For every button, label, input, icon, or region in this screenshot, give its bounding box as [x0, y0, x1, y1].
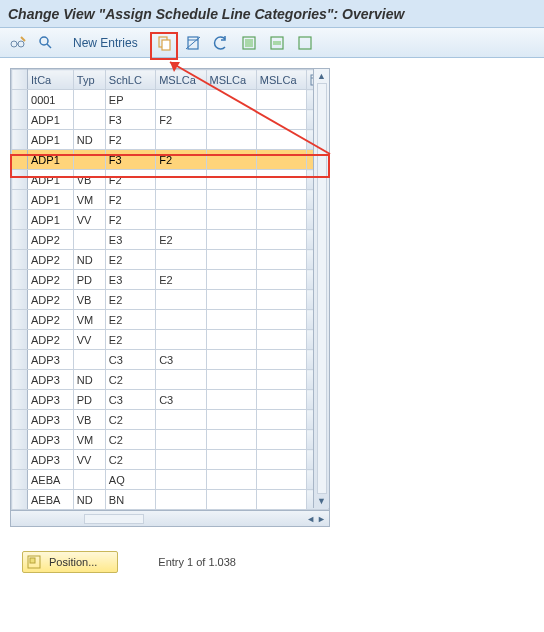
- col-header-mslca2[interactable]: MSLCa: [206, 70, 256, 90]
- cell-m3[interactable]: [256, 90, 306, 110]
- cell-typ[interactable]: [73, 350, 105, 370]
- cell-m3[interactable]: [256, 270, 306, 290]
- cell-m1[interactable]: [156, 90, 206, 110]
- cell-schlc[interactable]: C2: [105, 430, 155, 450]
- cell-typ[interactable]: VV: [73, 210, 105, 230]
- cell-schlc[interactable]: E2: [105, 330, 155, 350]
- cell-m3[interactable]: [256, 450, 306, 470]
- cell-m3[interactable]: [256, 390, 306, 410]
- cell-m1[interactable]: [156, 450, 206, 470]
- cell-m2[interactable]: [206, 90, 256, 110]
- cell-itca[interactable]: ADP3: [28, 390, 74, 410]
- cell-itca[interactable]: ADP3: [28, 370, 74, 390]
- row-selector[interactable]: [12, 90, 28, 110]
- cell-schlc[interactable]: F2: [105, 210, 155, 230]
- cell-typ[interactable]: [73, 470, 105, 490]
- cell-m3[interactable]: [256, 250, 306, 270]
- cell-itca[interactable]: ADP1: [28, 150, 74, 170]
- col-header-mslca3[interactable]: MSLCa: [256, 70, 306, 90]
- cell-m2[interactable]: [206, 410, 256, 430]
- cell-typ[interactable]: ND: [73, 250, 105, 270]
- cell-itca[interactable]: AEBA: [28, 470, 74, 490]
- select-all-button[interactable]: [237, 33, 261, 53]
- row-selector[interactable]: [12, 190, 28, 210]
- row-selector[interactable]: [12, 250, 28, 270]
- col-header-typ[interactable]: Typ: [73, 70, 105, 90]
- cell-m3[interactable]: [256, 470, 306, 490]
- cell-m1[interactable]: C3: [156, 350, 206, 370]
- cell-m1[interactable]: [156, 490, 206, 510]
- cell-itca[interactable]: ADP3: [28, 350, 74, 370]
- cell-itca[interactable]: ADP1: [28, 110, 74, 130]
- table-row[interactable]: ADP1F3F2: [12, 150, 329, 170]
- cell-typ[interactable]: [73, 230, 105, 250]
- new-entries-button[interactable]: New Entries: [66, 33, 145, 53]
- cell-m1[interactable]: [156, 190, 206, 210]
- col-header-mslca1[interactable]: MSLCa: [156, 70, 206, 90]
- cell-itca[interactable]: ADP2: [28, 310, 74, 330]
- cell-schlc[interactable]: F2: [105, 130, 155, 150]
- cell-typ[interactable]: VM: [73, 430, 105, 450]
- cell-m2[interactable]: [206, 450, 256, 470]
- cell-itca[interactable]: AEBA: [28, 490, 74, 510]
- cell-itca[interactable]: ADP2: [28, 290, 74, 310]
- cell-m3[interactable]: [256, 230, 306, 250]
- row-selector[interactable]: [12, 430, 28, 450]
- cell-m1[interactable]: [156, 470, 206, 490]
- cell-m1[interactable]: C3: [156, 390, 206, 410]
- row-selector[interactable]: [12, 490, 28, 510]
- cell-m2[interactable]: [206, 370, 256, 390]
- table-row[interactable]: ADP2VBE2: [12, 290, 329, 310]
- cell-schlc[interactable]: C3: [105, 350, 155, 370]
- cell-m3[interactable]: [256, 190, 306, 210]
- row-selector[interactable]: [12, 150, 28, 170]
- table-row[interactable]: 0001EP: [12, 90, 329, 110]
- table-row[interactable]: AEBAAQ: [12, 470, 329, 490]
- cell-typ[interactable]: PD: [73, 390, 105, 410]
- cell-itca[interactable]: ADP3: [28, 430, 74, 450]
- delete-button[interactable]: [181, 33, 205, 53]
- cell-m3[interactable]: [256, 430, 306, 450]
- row-selector[interactable]: [12, 450, 28, 470]
- table-row[interactable]: ADP3PDC3C3: [12, 390, 329, 410]
- cell-schlc[interactable]: E2: [105, 310, 155, 330]
- cell-schlc[interactable]: BN: [105, 490, 155, 510]
- table-row[interactable]: ADP3VVC2: [12, 450, 329, 470]
- cell-schlc[interactable]: C2: [105, 370, 155, 390]
- cell-typ[interactable]: VV: [73, 330, 105, 350]
- cell-m1[interactable]: [156, 370, 206, 390]
- cell-m1[interactable]: E2: [156, 270, 206, 290]
- detail-button[interactable]: [34, 33, 58, 53]
- table-row[interactable]: ADP2VVE2: [12, 330, 329, 350]
- select-block-button[interactable]: [265, 33, 289, 53]
- cell-typ[interactable]: VB: [73, 410, 105, 430]
- cell-schlc[interactable]: C2: [105, 410, 155, 430]
- cell-m2[interactable]: [206, 350, 256, 370]
- cell-schlc[interactable]: C3: [105, 390, 155, 410]
- cell-m2[interactable]: [206, 110, 256, 130]
- cell-m2[interactable]: [206, 430, 256, 450]
- col-header-schlc[interactable]: SchLC: [105, 70, 155, 90]
- cell-m1[interactable]: [156, 430, 206, 450]
- cell-itca[interactable]: ADP2: [28, 250, 74, 270]
- row-selector[interactable]: [12, 230, 28, 250]
- scroll-track[interactable]: [317, 83, 327, 494]
- cell-typ[interactable]: VM: [73, 310, 105, 330]
- cell-m2[interactable]: [206, 290, 256, 310]
- cell-schlc[interactable]: AQ: [105, 470, 155, 490]
- deselect-all-button[interactable]: [293, 33, 317, 53]
- scroll-left-icon[interactable]: ◄: [306, 514, 315, 524]
- table-row[interactable]: ADP1VMF2: [12, 190, 329, 210]
- row-selector[interactable]: [12, 410, 28, 430]
- cell-itca[interactable]: ADP1: [28, 210, 74, 230]
- cell-m3[interactable]: [256, 110, 306, 130]
- table-row[interactable]: ADP2PDE3E2: [12, 270, 329, 290]
- table-row[interactable]: ADP2E3E2: [12, 230, 329, 250]
- cell-m2[interactable]: [206, 170, 256, 190]
- table-row[interactable]: ADP2NDE2: [12, 250, 329, 270]
- row-selector[interactable]: [12, 350, 28, 370]
- row-selector[interactable]: [12, 370, 28, 390]
- cell-schlc[interactable]: F3: [105, 110, 155, 130]
- table-row[interactable]: ADP2VME2: [12, 310, 329, 330]
- table-row[interactable]: ADP3VMC2: [12, 430, 329, 450]
